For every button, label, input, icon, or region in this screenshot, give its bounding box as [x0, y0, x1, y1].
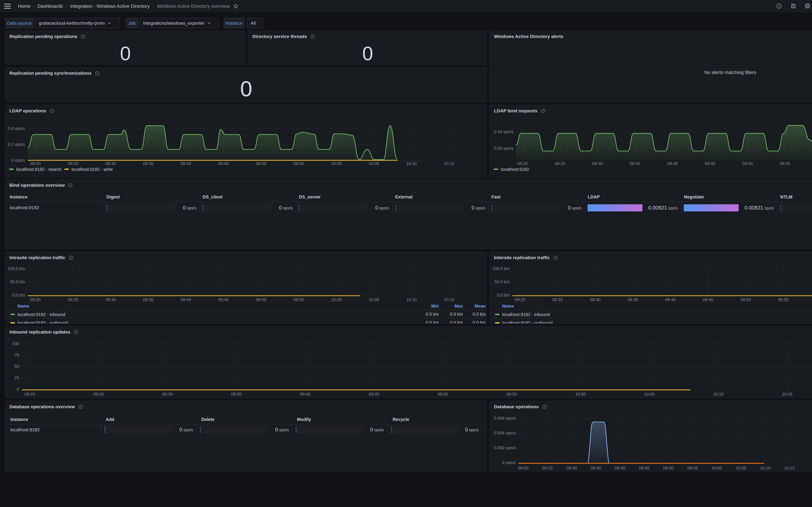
svg-text:0: 0	[17, 387, 19, 392]
svg-text:10:00: 10:00	[331, 297, 342, 302]
svg-text:10:15: 10:15	[444, 161, 454, 166]
svg-text:0 ops/s: 0 ops/s	[11, 158, 25, 163]
svg-text:09:20: 09:20	[517, 161, 528, 166]
svg-text:09:45: 09:45	[218, 297, 229, 302]
svg-text:09:55: 09:55	[778, 297, 789, 302]
svg-text:09:40: 09:40	[665, 297, 676, 302]
svg-text:0.0 b/s: 0.0 b/s	[12, 293, 25, 297]
svg-text:09:50: 09:50	[663, 466, 674, 470]
svg-text:09:55: 09:55	[506, 392, 517, 397]
svg-text:10:05: 10:05	[644, 392, 655, 397]
svg-text:50.0 b/s: 50.0 b/s	[495, 279, 510, 284]
svg-text:09:55: 09:55	[293, 161, 304, 166]
svg-text:09:25: 09:25	[68, 297, 78, 302]
svg-text:25: 25	[14, 375, 19, 380]
svg-text:09:55: 09:55	[687, 466, 698, 470]
svg-text:09:30: 09:30	[590, 297, 600, 302]
svg-text:10:05: 10:05	[369, 297, 379, 302]
svg-text:09:50: 09:50	[256, 161, 266, 166]
svg-text:0.2 ops/s: 0.2 ops/s	[8, 142, 25, 147]
svg-text:09:30: 09:30	[105, 297, 116, 302]
svg-text:09:40: 09:40	[615, 466, 625, 470]
svg-text:10:15: 10:15	[782, 392, 792, 397]
svg-text:09:25: 09:25	[552, 297, 563, 302]
svg-text:10:15: 10:15	[784, 466, 795, 470]
svg-text:09:35: 09:35	[628, 297, 638, 302]
svg-text:09:50: 09:50	[742, 161, 753, 166]
svg-text:09:20: 09:20	[518, 466, 528, 470]
svg-text:09:40: 09:40	[181, 297, 191, 302]
svg-text:10:00: 10:00	[331, 161, 342, 166]
svg-text:09:35: 09:35	[590, 466, 601, 470]
svg-text:09:45: 09:45	[218, 161, 229, 166]
svg-text:0.4 ops/s: 0.4 ops/s	[8, 126, 25, 131]
svg-text:09:25: 09:25	[555, 161, 565, 166]
svg-text:09:35: 09:35	[231, 392, 241, 397]
svg-text:0 ops/s: 0 ops/s	[502, 460, 516, 465]
svg-text:09:25: 09:25	[542, 466, 553, 470]
svg-text:09:20: 09:20	[515, 297, 525, 302]
svg-text:10:05: 10:05	[369, 161, 379, 166]
svg-text:09:20: 09:20	[30, 297, 41, 302]
svg-text:0.0 b/s: 0.0 b/s	[497, 293, 510, 297]
svg-text:09:40: 09:40	[667, 161, 678, 166]
svg-text:09:30: 09:30	[105, 161, 116, 166]
svg-text:09:40: 09:40	[181, 161, 191, 166]
svg-text:09:45: 09:45	[639, 466, 649, 470]
svg-text:09:20: 09:20	[24, 392, 35, 397]
svg-text:09:45: 09:45	[369, 392, 379, 397]
svg-text:10:10: 10:10	[713, 392, 723, 397]
svg-text:10:00: 10:00	[711, 466, 722, 470]
svg-text:50.0 b/s: 50.0 b/s	[10, 279, 25, 284]
svg-text:09:55: 09:55	[293, 297, 304, 302]
svg-text:10:15: 10:15	[444, 297, 454, 302]
svg-text:09:50: 09:50	[740, 297, 751, 302]
svg-text:09:20: 09:20	[30, 161, 41, 166]
svg-text:09:30: 09:30	[566, 466, 577, 470]
svg-text:100.0 b/s: 100.0 b/s	[492, 266, 510, 271]
svg-text:09:55: 09:55	[780, 161, 790, 166]
svg-text:09:30: 09:30	[592, 161, 603, 166]
svg-text:10:05: 10:05	[736, 466, 746, 470]
svg-text:0.04 ops/s: 0.04 ops/s	[494, 129, 514, 134]
svg-text:10:00: 10:00	[575, 392, 586, 397]
svg-text:09:25: 09:25	[68, 161, 78, 166]
svg-text:09:50: 09:50	[256, 297, 266, 302]
svg-text:09:35: 09:35	[143, 161, 154, 166]
svg-text:10:10: 10:10	[406, 297, 417, 302]
svg-text:09:50: 09:50	[438, 392, 448, 397]
svg-text:09:45: 09:45	[703, 297, 713, 302]
svg-text:50: 50	[14, 364, 19, 369]
svg-text:100.0 b/s: 100.0 b/s	[8, 266, 25, 271]
svg-text:10:10: 10:10	[406, 161, 417, 166]
svg-text:09:30: 09:30	[162, 392, 173, 397]
svg-text:09:35: 09:35	[143, 297, 154, 302]
svg-text:0.02 ops/s: 0.02 ops/s	[494, 146, 514, 151]
svg-text:10:10: 10:10	[760, 466, 770, 470]
svg-text:09:45: 09:45	[705, 161, 715, 166]
svg-text:09:40: 09:40	[300, 392, 310, 397]
svg-text:09:35: 09:35	[630, 161, 640, 166]
svg-text:09:25: 09:25	[93, 392, 104, 397]
